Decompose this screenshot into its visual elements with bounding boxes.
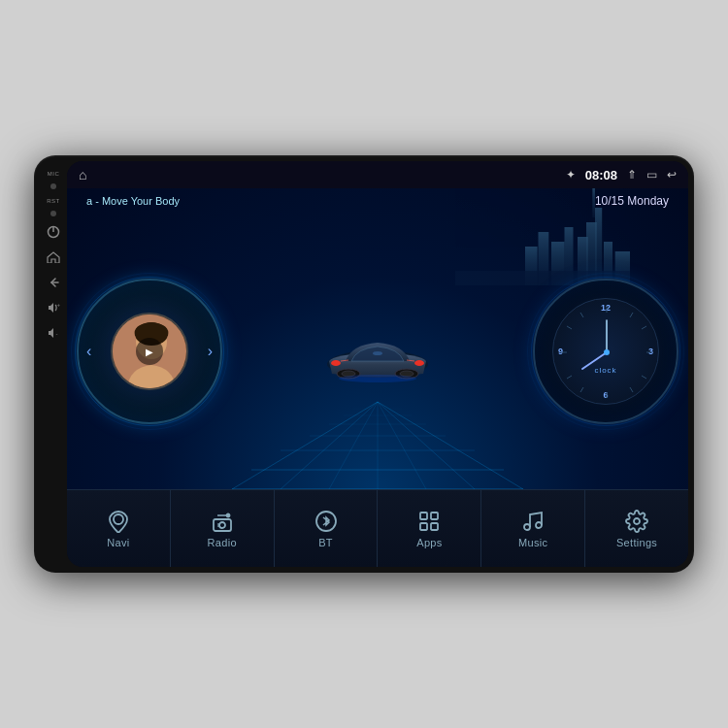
svg-rect-63	[420, 513, 427, 519]
rst-dot	[50, 211, 56, 216]
bt-label: BT	[318, 537, 333, 548]
date-info: 10/15 Monday	[595, 194, 669, 208]
settings-icon	[625, 510, 648, 533]
navi-icon	[107, 510, 130, 533]
album-art: ▶	[111, 313, 188, 390]
svg-rect-65	[420, 523, 427, 530]
volume-down-button[interactable]: -	[45, 324, 62, 342]
svg-line-50	[580, 313, 583, 317]
bt-icon	[314, 510, 338, 533]
volume-up-button[interactable]: +	[45, 299, 62, 316]
back-status-icon: ↩	[667, 168, 677, 182]
svg-text:-: -	[56, 331, 58, 337]
svg-point-59	[219, 522, 225, 528]
clock-label: clock	[594, 366, 616, 375]
svg-point-41	[339, 375, 416, 382]
rst-label: RST	[47, 198, 60, 204]
svg-line-46	[630, 313, 633, 317]
svg-point-60	[226, 513, 229, 516]
status-time: 08:08	[585, 168, 617, 182]
music-widget[interactable]: ‹ ›	[77, 279, 222, 424]
status-bar: ⌂ ✦ 08:08 ⇑ ▭ ↩	[67, 161, 688, 188]
svg-point-67	[524, 524, 530, 530]
svg-line-47	[642, 326, 646, 329]
play-icon: ▶	[146, 347, 153, 357]
navi-label: Navi	[107, 537, 129, 548]
car-center	[222, 308, 533, 395]
nav-item-music[interactable]: Music	[481, 490, 585, 567]
svg-rect-58	[214, 519, 231, 531]
radio-icon	[211, 510, 234, 533]
nav-item-settings[interactable]: Settings	[585, 490, 688, 567]
music-icon	[521, 510, 545, 533]
bluetooth-icon: ✦	[566, 168, 576, 182]
nav-item-apps[interactable]: Apps	[378, 490, 481, 567]
clock-ring: 12 3 6 9	[533, 279, 678, 424]
svg-point-56	[604, 349, 610, 355]
clock-widget[interactable]: 12 3 6 9	[533, 279, 678, 424]
home-side-button[interactable]	[45, 248, 62, 266]
svg-point-57	[114, 514, 123, 524]
song-info: a - Move Your Body	[86, 195, 180, 207]
nav-item-bt[interactable]: BT	[275, 490, 379, 567]
nav-item-radio[interactable]: Radio	[171, 490, 275, 567]
car-svg	[314, 308, 441, 385]
mic-label: MIC	[48, 171, 60, 177]
apps-label: Apps	[416, 537, 442, 548]
svg-point-68	[536, 522, 542, 528]
home-status-icon: ⌂	[79, 167, 86, 182]
svg-line-53	[580, 387, 583, 392]
radio-label: Radio	[208, 537, 237, 548]
apps-icon	[417, 510, 441, 533]
clock-face: 12 3 6 9	[552, 298, 659, 405]
mic-dot	[50, 183, 56, 189]
svg-text:+: +	[57, 302, 61, 308]
nav-item-navi[interactable]: Navi	[67, 490, 171, 567]
settings-label: Settings	[616, 537, 657, 548]
clock-ticks-svg	[553, 299, 660, 406]
back-side-button[interactable]	[45, 274, 62, 291]
svg-line-51	[567, 326, 572, 329]
svg-rect-64	[431, 513, 438, 519]
svg-line-48	[642, 376, 646, 379]
play-button-overlay[interactable]: ▶	[136, 338, 163, 365]
svg-line-49	[630, 387, 633, 392]
car-head-unit: MIC RST +	[34, 155, 694, 573]
next-track-button[interactable]: ›	[208, 343, 213, 360]
music-ring: ‹ ›	[77, 279, 222, 424]
power-button[interactable]	[45, 223, 62, 241]
svg-line-52	[567, 376, 572, 379]
svg-point-34	[331, 360, 341, 366]
top-info-bar: a - Move Your Body 10/15 Monday	[67, 188, 688, 214]
side-panel: MIC RST +	[40, 161, 67, 567]
svg-point-69	[634, 518, 640, 524]
prev-track-button[interactable]: ‹	[86, 343, 91, 360]
svg-rect-66	[431, 523, 438, 530]
music-label: Music	[518, 537, 547, 548]
window-icon: ▭	[646, 168, 657, 182]
svg-point-40	[373, 351, 382, 355]
bottom-navigation: Navi Radio	[67, 489, 688, 567]
status-left: ⌂	[79, 167, 86, 182]
main-screen: ⌂ ✦ 08:08 ⇑ ▭ ↩	[67, 161, 688, 567]
main-content: a - Move Your Body 10/15 Monday ‹ ›	[67, 188, 688, 489]
center-display: ‹ ›	[67, 214, 688, 489]
signal-icon: ⇑	[627, 168, 637, 182]
svg-point-35	[414, 360, 424, 366]
status-right: ✦ 08:08 ⇑ ▭ ↩	[566, 168, 677, 182]
